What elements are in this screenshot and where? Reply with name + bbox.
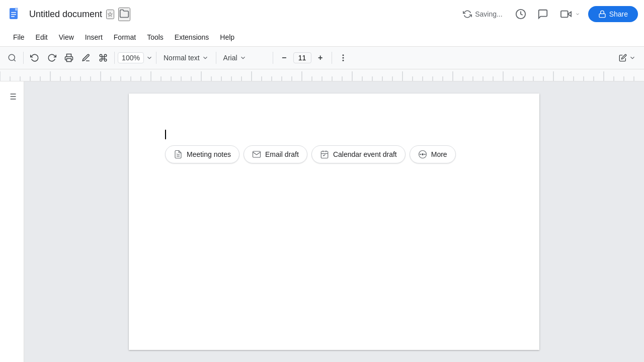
menu-extensions[interactable]: Extensions <box>170 30 214 44</box>
svg-rect-9 <box>561 11 568 18</box>
more-options-button[interactable] <box>335 50 351 66</box>
more-options-icon <box>339 53 348 62</box>
spellcheck-button[interactable] <box>78 50 94 66</box>
svg-rect-4 <box>11 12 16 13</box>
svg-rect-13 <box>67 59 71 62</box>
header-right: Share <box>512 5 638 23</box>
spellcheck-icon <box>82 53 91 62</box>
svg-point-11 <box>9 54 15 60</box>
toolbar-divider-6 <box>332 52 332 64</box>
undo-button[interactable] <box>27 50 43 66</box>
zoom-dropdown-icon <box>146 54 153 61</box>
editing-mode-select[interactable] <box>615 52 640 64</box>
ruler-canvas <box>0 69 644 81</box>
svg-line-12 <box>14 59 15 61</box>
meet-button[interactable] <box>556 5 574 23</box>
email-draft-chip[interactable]: Email draft <box>244 145 307 163</box>
meet-dropdown-button[interactable] <box>574 5 584 23</box>
title-bar: Untitled document ☆ Saving... <box>0 0 644 28</box>
redo-button[interactable] <box>44 50 60 66</box>
paragraph-style-select[interactable]: Normal text <box>159 52 213 64</box>
folder-icon <box>119 13 129 20</box>
font-size-value[interactable]: 11 <box>293 52 311 63</box>
main-area: Meeting notes Email draft <box>0 81 644 362</box>
toolbar-divider-5 <box>273 52 273 64</box>
decrease-font-size-button[interactable]: − <box>276 50 292 66</box>
toolbar: 100% Normal text Arial − 11 + <box>0 46 644 69</box>
menu-help[interactable]: Help <box>215 30 239 44</box>
page-area[interactable]: Meeting notes Email draft <box>24 81 644 362</box>
saving-status: Saving... <box>459 10 506 19</box>
toolbar-divider-1 <box>23 52 24 64</box>
font-name-select[interactable]: Arial <box>219 52 270 64</box>
svg-point-30 <box>422 154 423 155</box>
calendar-event-icon <box>320 150 329 159</box>
email-draft-icon <box>252 150 261 159</box>
svg-point-31 <box>420 154 421 155</box>
suggestion-chips: Meeting notes Email draft <box>165 145 503 163</box>
editing-dropdown-icon <box>629 54 636 61</box>
undo-icon <box>30 53 39 62</box>
menu-edit[interactable]: Edit <box>31 30 53 44</box>
menu-view[interactable]: View <box>54 30 79 44</box>
svg-rect-10 <box>599 14 605 17</box>
font-dropdown-icon <box>239 54 247 61</box>
svg-point-15 <box>343 57 344 58</box>
calendar-event-draft-chip[interactable]: Calendar event draft <box>311 145 406 163</box>
paint-format-icon <box>99 53 108 62</box>
chevron-down-icon <box>575 11 580 18</box>
menu-insert[interactable]: Insert <box>80 30 108 44</box>
outline-icon <box>7 92 17 102</box>
cursor-line <box>165 130 503 139</box>
lock-icon <box>598 10 606 18</box>
sidebar <box>0 81 24 362</box>
version-history-button[interactable] <box>512 5 530 23</box>
star-button[interactable]: ☆ <box>106 10 114 19</box>
sync-icon <box>463 10 472 19</box>
search-button[interactable] <box>4 50 20 66</box>
ruler <box>0 69 644 81</box>
edit-mode-icon <box>619 54 627 62</box>
history-icon <box>515 9 526 20</box>
meeting-notes-chip[interactable]: Meeting notes <box>165 145 239 163</box>
menu-tools[interactable]: Tools <box>142 30 169 44</box>
meeting-notes-icon <box>174 150 183 159</box>
toolbar-divider-4 <box>216 52 216 64</box>
video-icon <box>560 9 572 20</box>
email-draft-label: Email draft <box>265 150 299 158</box>
print-button[interactable] <box>61 50 77 66</box>
zoom-value[interactable]: 100% <box>118 52 144 63</box>
svg-point-14 <box>343 55 344 56</box>
app-logo <box>6 5 24 23</box>
menu-bar: File Edit View Insert Format Tools Exten… <box>0 28 644 46</box>
text-cursor <box>165 130 166 139</box>
share-button[interactable]: Share <box>588 6 638 22</box>
svg-rect-5 <box>11 14 16 15</box>
calendar-event-draft-label: Calendar event draft <box>333 150 397 158</box>
meeting-notes-label: Meeting notes <box>187 150 231 158</box>
paint-format-button[interactable] <box>95 50 111 66</box>
more-chip-icon <box>418 150 427 159</box>
svg-rect-6 <box>11 16 15 17</box>
menu-format[interactable]: Format <box>109 30 141 44</box>
document-title[interactable]: Untitled document <box>29 9 102 20</box>
menu-file[interactable]: File <box>8 30 30 44</box>
svg-point-16 <box>343 60 344 61</box>
increase-font-size-button[interactable]: + <box>312 50 329 66</box>
toolbar-divider-3 <box>156 52 156 64</box>
toolbar-divider-2 <box>114 52 115 64</box>
move-to-folder-button[interactable] <box>118 8 130 21</box>
more-chip[interactable]: More <box>410 145 456 163</box>
font-size-control: − 11 + <box>276 50 329 66</box>
star-icon: ☆ <box>107 11 113 18</box>
document-content[interactable]: Meeting notes Email draft <box>165 130 503 230</box>
document-page[interactable]: Meeting notes Email draft <box>129 94 539 350</box>
paragraph-dropdown-icon <box>202 54 209 61</box>
show-outline-button[interactable] <box>3 87 21 106</box>
svg-marker-8 <box>568 12 571 16</box>
more-chip-label: More <box>431 150 447 158</box>
search-icon <box>8 53 17 62</box>
comments-icon <box>537 9 548 20</box>
comments-button[interactable] <box>534 5 552 23</box>
print-icon <box>64 53 73 62</box>
